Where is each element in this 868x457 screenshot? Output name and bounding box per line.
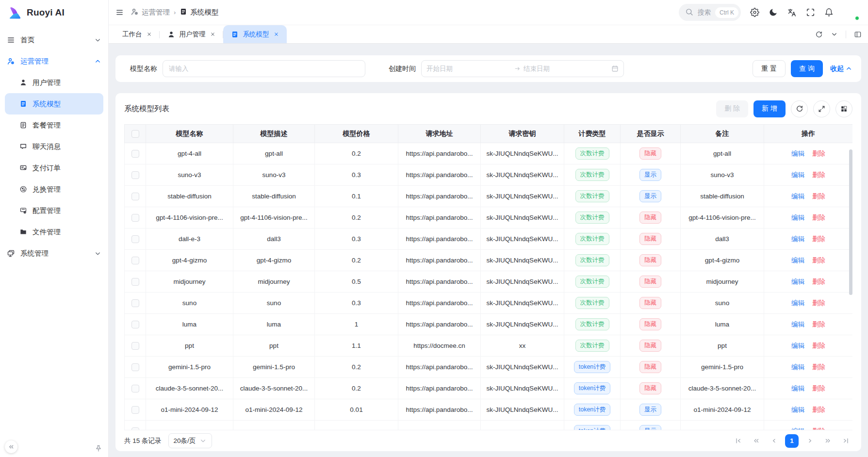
sidebar-item-files[interactable]: 文件管理 xyxy=(0,221,108,243)
sidebar-item-operations[interactable]: 运营管理 xyxy=(0,50,108,72)
delete-link[interactable]: 删除 xyxy=(812,427,825,430)
delete-link[interactable]: 删除 xyxy=(812,193,825,200)
pin-icon[interactable] xyxy=(95,444,102,452)
delete-link[interactable]: 删除 xyxy=(812,321,825,328)
query-button[interactable]: 查 询 xyxy=(791,60,823,77)
edit-link[interactable]: 编辑 xyxy=(791,363,804,371)
gear-icon[interactable] xyxy=(750,8,759,17)
edit-link[interactable]: 编辑 xyxy=(791,278,804,285)
delete-link[interactable]: 删除 xyxy=(812,214,825,221)
end-date-input[interactable] xyxy=(524,65,608,72)
sidebar-item-models[interactable]: 系统模型 xyxy=(5,93,103,114)
edit-link[interactable]: 编辑 xyxy=(791,299,804,307)
model-name-input[interactable] xyxy=(163,60,365,77)
page-next-button[interactable] xyxy=(803,434,817,448)
sidebar-item-label: 文件管理 xyxy=(33,228,61,237)
notifications-bell-icon[interactable] xyxy=(824,8,834,17)
delete-link[interactable]: 删除 xyxy=(812,363,825,371)
delete-link[interactable]: 删除 xyxy=(812,235,825,243)
edit-link[interactable]: 编辑 xyxy=(791,385,804,392)
breadcrumb-item-operations[interactable]: 运营管理 xyxy=(131,8,170,17)
delete-link[interactable]: 删除 xyxy=(812,406,825,413)
collapse-filter-link[interactable]: 收起 xyxy=(830,65,852,73)
select-all-checkbox[interactable] xyxy=(131,130,139,138)
row-checkbox[interactable] xyxy=(131,427,139,430)
page-first-button[interactable] xyxy=(731,434,745,448)
sidebar-item-exchange[interactable]: 兑换管理 xyxy=(0,179,108,200)
row-checkbox[interactable] xyxy=(131,171,139,179)
fullscreen-icon[interactable] xyxy=(806,8,815,17)
page-prev-button[interactable] xyxy=(767,434,781,448)
tab-models[interactable]: 系统模型 xyxy=(223,25,287,43)
row-checkbox[interactable] xyxy=(131,278,139,286)
edit-link[interactable]: 编辑 xyxy=(791,235,804,243)
delete-link[interactable]: 删除 xyxy=(812,342,825,349)
sidebar-item-users[interactable]: 用户管理 xyxy=(0,72,108,93)
sidebar-item-orders[interactable]: 支付订单 xyxy=(0,157,108,179)
close-icon[interactable] xyxy=(274,32,279,37)
row-checkbox[interactable] xyxy=(131,193,139,200)
table-fullscreen-button[interactable] xyxy=(813,100,830,117)
row-checkbox[interactable] xyxy=(131,299,139,307)
global-search[interactable]: 搜索 Ctrl K xyxy=(679,4,741,21)
delete-link[interactable]: 删除 xyxy=(812,257,825,264)
row-checkbox[interactable] xyxy=(131,406,139,414)
delete-button[interactable]: 删 除 xyxy=(716,100,748,117)
edit-link[interactable]: 编辑 xyxy=(791,406,804,413)
delete-link[interactable]: 删除 xyxy=(812,385,825,392)
delete-link[interactable]: 删除 xyxy=(812,299,825,307)
sidebar-item-chat[interactable]: 聊天消息 xyxy=(0,136,108,157)
row-checkbox[interactable] xyxy=(131,214,139,222)
breadcrumb-item-models[interactable]: 系统模型 xyxy=(180,8,218,17)
page-next-more-button[interactable] xyxy=(821,434,835,448)
delete-link[interactable]: 删除 xyxy=(812,150,825,157)
sidebar-collapse-button[interactable] xyxy=(5,441,17,453)
refresh-icon[interactable] xyxy=(815,31,823,38)
sidebar-item-packages[interactable]: 套餐管理 xyxy=(0,114,108,136)
edit-link[interactable]: 编辑 xyxy=(791,321,804,328)
model-list-card: 系统模型列表 删 除 新 增 模型名称模型描述模型价格请求地址请求密钥计费类型是… xyxy=(115,93,861,451)
reset-button[interactable]: 重 置 xyxy=(753,60,786,77)
sidebar-item-config[interactable]: 配置管理 xyxy=(0,200,108,221)
translate-icon[interactable] xyxy=(787,8,797,17)
row-checkbox[interactable] xyxy=(131,385,139,392)
row-checkbox[interactable] xyxy=(131,150,139,158)
edit-link[interactable]: 编辑 xyxy=(791,150,804,157)
delete-link[interactable]: 删除 xyxy=(812,171,825,179)
layout-panel-icon[interactable] xyxy=(854,31,862,38)
start-date-input[interactable] xyxy=(426,65,511,72)
sidebar-item-home[interactable]: 首页 xyxy=(0,29,108,50)
brand[interactable]: Ruoyi AI xyxy=(0,0,108,25)
add-button[interactable]: 新 增 xyxy=(753,100,786,117)
tab-users[interactable]: 用户管理 xyxy=(160,25,223,43)
close-icon[interactable] xyxy=(210,32,215,37)
row-checkbox[interactable] xyxy=(131,363,139,371)
edit-link[interactable]: 编辑 xyxy=(791,427,804,430)
page-size-select[interactable]: 20条/页 xyxy=(168,433,213,448)
row-checkbox[interactable] xyxy=(131,342,139,350)
tab-workbench[interactable]: 工作台 xyxy=(115,25,160,43)
delete-link[interactable]: 删除 xyxy=(812,278,825,285)
page-prev-more-button[interactable] xyxy=(749,434,763,448)
table-refresh-button[interactable] xyxy=(791,100,808,117)
user-avatar[interactable] xyxy=(843,4,859,21)
page-number-current[interactable]: 1 xyxy=(785,434,799,448)
chevron-down-icon[interactable] xyxy=(831,31,838,38)
table-scrollbar[interactable] xyxy=(849,149,852,295)
edit-link[interactable]: 编辑 xyxy=(791,342,804,349)
close-icon[interactable] xyxy=(147,32,152,37)
hamburger-icon[interactable] xyxy=(115,8,124,16)
row-checkbox[interactable] xyxy=(131,235,139,243)
row-checkbox[interactable] xyxy=(131,321,139,328)
dark-mode-icon[interactable] xyxy=(769,8,778,17)
date-range-picker[interactable] xyxy=(421,60,624,77)
row-checkbox[interactable] xyxy=(131,257,139,264)
edit-link[interactable]: 编辑 xyxy=(791,193,804,200)
cell-billing-type: 次数计费 xyxy=(564,314,621,335)
edit-link[interactable]: 编辑 xyxy=(791,214,804,221)
edit-link[interactable]: 编辑 xyxy=(791,171,804,179)
sidebar-item-system[interactable]: 系统管理 xyxy=(0,243,108,264)
table-columns-button[interactable] xyxy=(835,100,852,117)
page-last-button[interactable] xyxy=(839,434,852,448)
edit-link[interactable]: 编辑 xyxy=(791,257,804,264)
